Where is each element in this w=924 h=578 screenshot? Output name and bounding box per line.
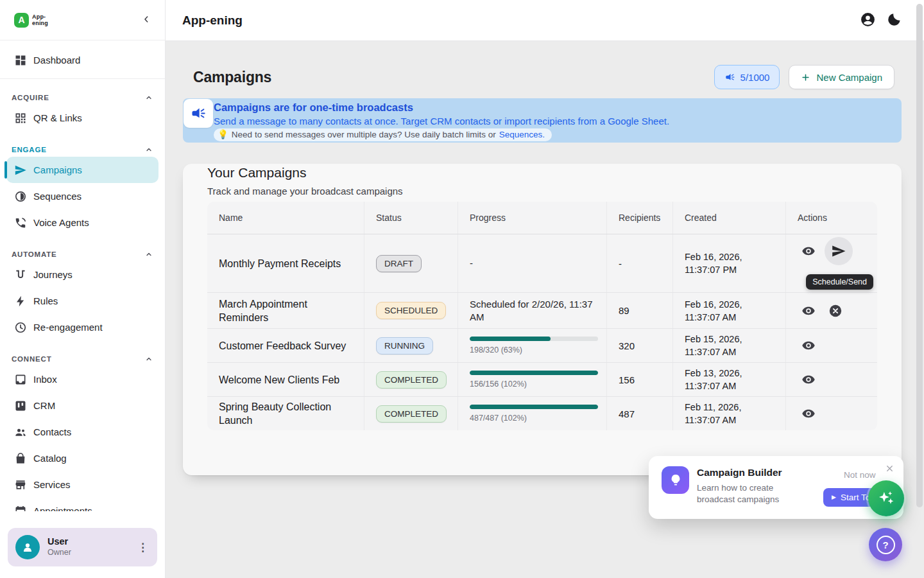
campaign-progress-cell: 156/156 (102%): [458, 363, 606, 396]
table-header: NameStatusProgressRecipientsCreatedActio…: [207, 202, 877, 234]
eye-icon: [801, 244, 816, 258]
scrollbar-thumb[interactable]: [916, 4, 923, 507]
close-icon: [885, 464, 894, 473]
view-campaign-button[interactable]: [798, 369, 819, 390]
column-header-created: Created: [672, 202, 785, 234]
campaign-progress-cell: Scheduled for 2/20/26, 11:37 AM: [458, 293, 606, 328]
campaign-actions-cell: [785, 397, 877, 430]
progress-bar: [470, 371, 598, 375]
sidebar-collapse-button[interactable]: [138, 12, 155, 28]
campaign-created: Feb 16, 2026,11:37:07 AM: [672, 293, 785, 328]
sidebar-item-label: Catalog: [33, 453, 67, 464]
ai-assistant-button[interactable]: [868, 480, 904, 516]
megaphone-icon: [724, 72, 735, 83]
banner-icon-box: [184, 99, 213, 128]
sidebar: A App- ening DashboardACQUIREQR & LinksE…: [0, 0, 166, 578]
status-badge: SCHEDULED: [376, 302, 446, 319]
chevron-up-icon: [144, 250, 153, 259]
sidebar-item-voice-agents[interactable]: Voice Agents: [6, 209, 158, 236]
bolt-icon: [14, 295, 27, 308]
sparkles-icon: [877, 489, 896, 508]
qr-icon: [14, 112, 27, 125]
logo-line2: ening: [32, 20, 48, 26]
sidebar-item-rules[interactable]: Rules: [6, 288, 158, 314]
app-title: App-ening: [182, 13, 243, 28]
quota-value: 5/1000: [740, 72, 770, 83]
progress-label: 198/320 (63%): [470, 346, 598, 355]
sidebar-item-qr-links[interactable]: QR & Links: [6, 105, 158, 131]
column-header-progress: Progress: [458, 202, 606, 234]
sidebar-item-journeys[interactable]: Journeys: [6, 261, 158, 288]
user-card[interactable]: User Owner ⋮: [8, 528, 157, 566]
sidebar-footer: User Owner ⋮: [0, 518, 165, 578]
table-row: March Appointment RemindersSCHEDULEDSche…: [207, 293, 877, 329]
sidebar-item-label: Rules: [33, 295, 58, 306]
send-icon: [14, 164, 27, 177]
sidebar-item-label: Inbox: [33, 374, 57, 385]
sidebar-section-acquire[interactable]: ACQUIRE: [0, 79, 165, 105]
user-menu-button[interactable]: ⋮: [136, 541, 150, 554]
logo-icon: A: [14, 13, 29, 28]
play-icon: ▶: [832, 495, 836, 500]
section-label-text: ENGAGE: [12, 146, 47, 153]
campaign-quota-badge[interactable]: 5/1000: [714, 65, 780, 89]
clock-icon: [14, 321, 27, 334]
column-header-actions: Actions: [785, 202, 877, 234]
sidebar-item-re-engagement[interactable]: Re-engagement: [6, 314, 158, 340]
sidebar-item-label: Contacts: [33, 426, 71, 437]
campaign-progress-cell: 198/320 (63%): [458, 329, 606, 362]
table-row: Spring Beauty Collection LaunchCOMPLETED…: [207, 397, 877, 430]
account-button[interactable]: [860, 12, 876, 30]
progress-text: -: [470, 257, 483, 270]
lightbulb-emoji-icon: 💡: [218, 130, 228, 140]
sidebar-item-services[interactable]: Services: [6, 471, 158, 498]
sequences-link[interactable]: Sequences.: [499, 130, 545, 140]
sidebar-item-catalog[interactable]: Catalog: [6, 445, 158, 471]
sidebar-item-sequences[interactable]: Sequences: [6, 183, 158, 209]
section-label-text: AUTOMATE: [12, 250, 57, 258]
sidebar-item-label: Appointments: [33, 505, 92, 511]
progress-text: Scheduled for 2/20/26, 11:37 AM: [470, 298, 606, 324]
campaign-actions-cell: [785, 363, 877, 396]
not-now-button[interactable]: Not now: [844, 470, 876, 480]
topbar: App-ening: [166, 0, 924, 41]
sidebar-item-inbox[interactable]: Inbox: [6, 366, 158, 392]
sidebar-item-dashboard[interactable]: Dashboard: [6, 47, 158, 73]
sidebar-item-contacts[interactable]: Contacts: [6, 419, 158, 445]
status-badge: COMPLETED: [376, 371, 447, 389]
sidebar-section-automate[interactable]: AUTOMATE: [0, 236, 165, 261]
sidebar-item-crm[interactable]: CRM: [6, 392, 158, 419]
sidebar-section-connect[interactable]: CONNECT: [0, 340, 165, 366]
sidebar-item-campaigns[interactable]: Campaigns: [6, 157, 158, 183]
popup-close-button[interactable]: [884, 464, 895, 475]
campaign-name: March Appointment Reminders: [207, 293, 364, 328]
topbar-actions: [860, 12, 902, 30]
user-role: Owner: [47, 547, 71, 558]
chevron-up-icon: [144, 145, 153, 154]
view-campaign-button[interactable]: [798, 335, 819, 356]
sidebar-item-appointments[interactable]: Appointments: [6, 498, 158, 511]
schedule-send-tooltip: Schedule/Send: [806, 274, 873, 290]
campaign-status-cell: COMPLETED: [364, 363, 458, 396]
table-row: Customer Feedback SurveyRUNNING198/320 (…: [207, 329, 877, 363]
chevron-up-icon: [144, 355, 153, 363]
new-campaign-button[interactable]: New Campaign: [789, 65, 894, 89]
sidebar-item-label: CRM: [33, 400, 55, 411]
status-badge: DRAFT: [376, 255, 422, 272]
dark-mode-button[interactable]: [886, 12, 902, 30]
cancel-campaign-button[interactable]: [825, 300, 846, 322]
view-campaign-button[interactable]: [798, 240, 819, 262]
campaign-actions-cell: [785, 293, 877, 328]
route-icon: [14, 268, 27, 281]
campaign-name: Monthly Payment Receipts: [207, 234, 364, 292]
campaign-recipients: 89: [606, 293, 672, 328]
view-campaign-button[interactable]: [798, 403, 819, 425]
campaign-created: Feb 13, 2026,11:37:07 AM: [672, 363, 785, 396]
logo-text: App- ening: [32, 13, 48, 26]
phone-icon: [14, 216, 27, 229]
sidebar-section-engage[interactable]: ENGAGE: [0, 131, 165, 157]
view-campaign-button[interactable]: [798, 300, 819, 322]
sidebar-item-label: Re-engagement: [33, 322, 103, 333]
help-button[interactable]: ?: [869, 528, 902, 561]
schedule-send-button[interactable]: [825, 237, 853, 265]
